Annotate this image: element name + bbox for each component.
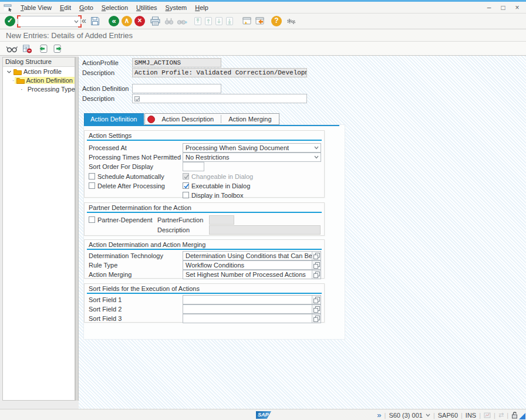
application-toolbar [0, 42, 526, 56]
value-help-button[interactable] [312, 252, 321, 260]
menu-help[interactable]: Help [191, 3, 213, 12]
processed-at-dropdown[interactable]: Processing When Saving Document [183, 143, 321, 153]
chevron-down-icon[interactable] [314, 146, 319, 150]
rule-type-label: Rule Type [89, 262, 117, 269]
new-description-label: Description [82, 95, 114, 102]
action-definition-input[interactable] [132, 84, 221, 93]
sort-field-3-label: Sort Field 3 [89, 315, 122, 322]
first-page-icon [194, 16, 202, 26]
chevron-down-icon[interactable] [6, 69, 12, 74]
menu-goto[interactable]: Goto [75, 3, 97, 12]
resize-grip[interactable] [519, 413, 525, 419]
processing-times-dropdown[interactable]: No Restrictions [183, 153, 321, 162]
help-icon[interactable]: ? [271, 16, 282, 26]
chevron-down-icon[interactable] [314, 155, 319, 159]
value-help-button[interactable] [312, 296, 321, 304]
refresh-icon: ⇄ [498, 411, 504, 419]
partner-dependent-checkbox[interactable] [89, 216, 95, 223]
changeable-in-dialog-checkbox [183, 173, 189, 179]
dialog-structure-header: Dialog Structure [3, 57, 75, 67]
sort-order-input[interactable] [183, 162, 204, 171]
form-area: ActionProfile SMMJ_ACTIONS Description A… [79, 56, 526, 409]
action-profile-label: ActionProfile [82, 59, 119, 66]
main-area: Dialog Structure Action Profile Action D… [0, 56, 526, 409]
page-down-icon [215, 16, 223, 26]
menu-table-view[interactable]: Table View [16, 3, 56, 12]
chevron-down-icon[interactable] [426, 414, 430, 417]
system-menu-icon[interactable] [4, 4, 13, 12]
command-input[interactable] [18, 16, 81, 27]
group-title: Partner Determination for the Action [89, 204, 191, 211]
tab-action-description[interactable]: Action Description [155, 116, 221, 123]
menu-system[interactable]: System [161, 3, 191, 12]
minimize-button[interactable]: – [485, 4, 493, 12]
delete-after-processing-checkbox[interactable] [89, 182, 95, 189]
print-icon[interactable] [150, 16, 160, 26]
partner-description-label: Description [157, 226, 190, 233]
sort-order-label: Sort Order For Display [89, 163, 153, 170]
new-description-input[interactable] [132, 94, 307, 103]
profile-description-field: Action Profile: Validated Correction/Dev… [132, 68, 307, 77]
close-button[interactable]: × [513, 4, 521, 12]
delete-entry-icon[interactable] [22, 44, 32, 53]
customize-layout-icon[interactable] [285, 16, 297, 26]
value-help-icon [313, 253, 320, 259]
action-merging-value: Set Highest Number of Processed Actions [186, 271, 306, 278]
tree-item-action-definition[interactable]: Action Definition [3, 76, 75, 84]
value-help-button[interactable] [312, 314, 321, 323]
tree-item-action-profile[interactable]: Action Profile [3, 67, 75, 76]
rule-type-value: Workflow Conditions [186, 262, 244, 269]
create-shortcut-icon[interactable] [255, 16, 265, 26]
action-settings-group: Action Settings Processed At Processing … [84, 130, 325, 198]
menu-utilities[interactable]: Utilities [132, 3, 161, 12]
group-title: Action Settings [89, 132, 132, 139]
system-info[interactable]: S60 (3) 001 [389, 412, 422, 419]
new-session-icon[interactable] [242, 16, 252, 26]
action-merging-field[interactable]: Set Highest Number of Processed Actions [183, 270, 321, 279]
sort-field-2-input[interactable] [183, 304, 321, 314]
partner-function-label: PartnerFunction [157, 216, 203, 223]
tab-action-merging[interactable]: Action Merging [221, 116, 278, 123]
rule-type-field[interactable]: Workflow Conditions [183, 260, 321, 270]
processed-at-label: Processed At [89, 144, 127, 151]
exit-icon[interactable]: ∧ [122, 16, 132, 26]
value-help-button[interactable] [312, 305, 321, 313]
value-help-button[interactable] [312, 270, 321, 279]
executable-in-dialog-checkbox[interactable] [183, 182, 189, 189]
collapse-toolbar-icon[interactable]: « [82, 16, 86, 25]
sap-logo: SAP [256, 411, 271, 419]
insert-mode[interactable]: INS [466, 412, 476, 419]
determination-technology-field[interactable]: Determination Using Conditions that Can … [183, 251, 321, 260]
previous-entry-icon[interactable] [39, 44, 48, 53]
expand-messages-icon[interactable]: » [377, 411, 381, 419]
sort-field-3-input[interactable] [183, 314, 321, 323]
tab-action-definition[interactable]: Action Definition [84, 113, 144, 125]
maximize-button[interactable]: □ [499, 4, 507, 12]
display-in-toolbox-checkbox[interactable] [183, 192, 189, 198]
processing-times-label: Processing Times Not Permitted [89, 154, 181, 161]
next-entry-icon[interactable] [53, 44, 62, 53]
group-underline [87, 293, 322, 294]
back-icon[interactable]: « [109, 16, 119, 26]
menu-selection[interactable]: Selection [97, 3, 132, 12]
sort-field-1-input[interactable] [183, 295, 321, 304]
tree-item-label[interactable]: Processing Types [28, 86, 79, 93]
last-page-icon [225, 16, 234, 26]
tree-item-label[interactable]: Action Profile [23, 68, 62, 75]
find-next-icon [177, 16, 187, 26]
cancel-icon[interactable]: × [134, 16, 145, 26]
error-dot-icon [147, 116, 155, 123]
save-icon[interactable] [90, 16, 100, 26]
value-help-button[interactable] [312, 261, 321, 269]
schedule-automatically-checkbox[interactable] [89, 173, 95, 179]
status-bar: SAP » | S60 (3) 001 | SAP60 | INS | | ⇄ … [0, 409, 526, 420]
display-glasses-icon[interactable] [6, 44, 18, 53]
determination-technology-label: Determination Technology [89, 252, 163, 259]
chevron-down-icon[interactable] [74, 20, 79, 23]
tree-item-processing-types[interactable]: · Processing Types [3, 85, 75, 93]
tree-item-label[interactable]: Action Definition [26, 77, 73, 84]
profile-description-label: Description [82, 69, 114, 76]
enter-icon[interactable]: ✓ [5, 16, 15, 26]
menu-edit[interactable]: Edit [56, 3, 75, 12]
text-exists-icon [134, 96, 140, 101]
